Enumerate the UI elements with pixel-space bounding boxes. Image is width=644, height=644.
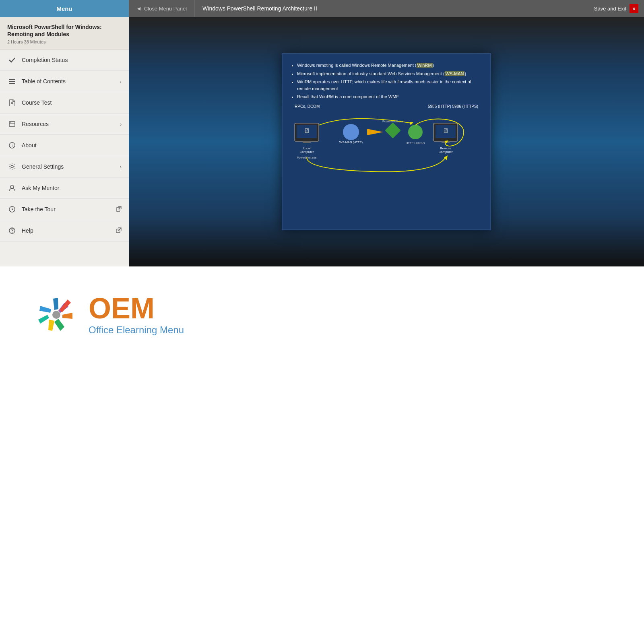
logo-text-group: OEM Office Elearning Menu [89,294,184,336]
svg-point-10 [11,165,13,168]
sidebar-item-ask-my-mentor[interactable]: Ask My Mentor [0,178,129,199]
general-settings-label: General Settings [22,163,120,170]
svg-text:🖥: 🖥 [303,127,310,134]
completion-status-icon [7,55,17,65]
completion-status-label: Completion Status [22,57,122,63]
menu-label: Menu [56,5,72,12]
general-settings-chevron: › [120,164,122,170]
top-navigation-bar: Menu ◄ Close Menu Panel Windows PowerShe… [0,0,644,17]
slide-container: Windows remoting is called Windows Remot… [282,53,491,230]
sidebar-item-resources[interactable]: Resources › [0,114,129,135]
general-settings-icon [7,162,17,171]
course-test-label: Course Test [22,99,122,106]
svg-rect-29 [385,122,401,138]
slide-diagram-svg: 🖥 Local Computer PowerShell.exe WS-MAN (… [291,111,484,175]
close-menu-panel-button[interactable]: ◄ Close Menu Panel [129,0,194,17]
take-the-tour-icon [7,204,17,214]
svg-rect-22 [303,141,311,143]
svg-text:Computer: Computer [438,150,452,154]
left-arrow-icon: ◄ [136,5,142,12]
ask-my-mentor-label: Ask My Mentor [22,185,122,191]
sidebar-item-table-of-contents[interactable]: Table of Contents › [0,71,129,92]
svg-rect-5 [9,122,15,126]
course-test-icon [7,98,17,107]
svg-point-16 [12,232,12,233]
diagram-labels-top: RPCs, DCOM 5985 (HTTP) 5986 (HTTPS) [291,104,482,109]
http-ports-label: 5985 (HTTP) 5986 (HTTPS) [428,104,478,109]
oem-logo-text: OEM [89,294,184,323]
logo-area: OEM Office Elearning Menu [0,266,644,363]
svg-text:Remote: Remote [440,147,452,150]
slide-text-block: Windows remoting is called Windows Remot… [291,62,482,100]
help-external-icon [116,227,122,234]
table-of-contents-label: Table of Contents [22,78,120,85]
svg-marker-28 [367,129,383,135]
slide-diagram: RPCs, DCOM 5985 (HTTP) 5986 (HTTPS) 🖥 Lo… [291,104,482,185]
sidebar-item-take-the-tour[interactable]: Take the Tour [0,199,129,220]
take-the-tour-external-icon [116,206,122,213]
resources-icon [7,119,17,129]
svg-marker-39 [444,155,448,160]
sidebar-navigation: Completion Status Table of Contents › Co… [0,50,129,266]
sidebar-item-about[interactable]: i About [0,135,129,156]
sidebar-header: Microsoft PowerShell for Windows: Remoti… [0,17,129,50]
svg-text:WS-MAN (HTTP): WS-MAN (HTTP) [339,140,363,144]
sidebar-item-general-settings[interactable]: General Settings › [0,156,129,178]
svg-point-42 [52,311,60,319]
sidebar-item-completion-status[interactable]: Completion Status [0,50,129,71]
resources-chevron: › [120,121,122,127]
sidebar-item-course-test[interactable]: Course Test [0,92,129,114]
ask-my-mentor-icon [7,183,17,193]
close-x-icon[interactable]: × [630,4,638,13]
svg-marker-40 [410,122,413,125]
resources-label: Resources [22,121,120,127]
save-exit-button[interactable]: Save and Exit × [588,0,644,17]
about-label: About [22,142,122,149]
menu-button[interactable]: Menu [0,0,129,17]
oem-logo-icon [32,291,80,339]
close-panel-label: Close Menu Panel [144,6,187,12]
save-exit-label: Save and Exit [594,6,626,12]
help-icon [7,226,17,235]
take-the-tour-label: Take the Tour [22,206,116,213]
help-label: Help [22,227,116,234]
svg-text:HTTP Listener: HTTP Listener [406,141,425,145]
course-title: Microsoft PowerShell for Windows: Remoti… [7,23,122,38]
svg-point-26 [343,124,359,140]
main-layout: Microsoft PowerShell for Windows: Remoti… [0,17,644,266]
sidebar-item-help[interactable]: Help [0,220,129,242]
table-of-contents-chevron: › [120,78,122,85]
svg-point-11 [10,185,14,188]
svg-point-31 [408,125,423,139]
course-duration: 2 Hours 38 Minutes [7,39,122,44]
about-icon: i [7,140,17,150]
svg-text:Local: Local [303,147,310,150]
table-of-contents-icon [7,76,17,86]
slide-title: Windows PowerShell Remoting Architecture… [194,5,588,12]
svg-text:Computer: Computer [299,150,314,154]
rpcs-dcom-label: RPCs, DCOM [295,104,320,109]
content-area: Windows remoting is called Windows Remot… [129,17,644,266]
content-inner: Windows remoting is called Windows Remot… [129,17,644,266]
svg-text:i: i [12,143,12,148]
oem-logo-subtitle: Office Elearning Menu [89,324,184,336]
svg-text:🖥: 🖥 [442,127,449,134]
sidebar: Microsoft PowerShell for Windows: Remoti… [0,17,129,266]
